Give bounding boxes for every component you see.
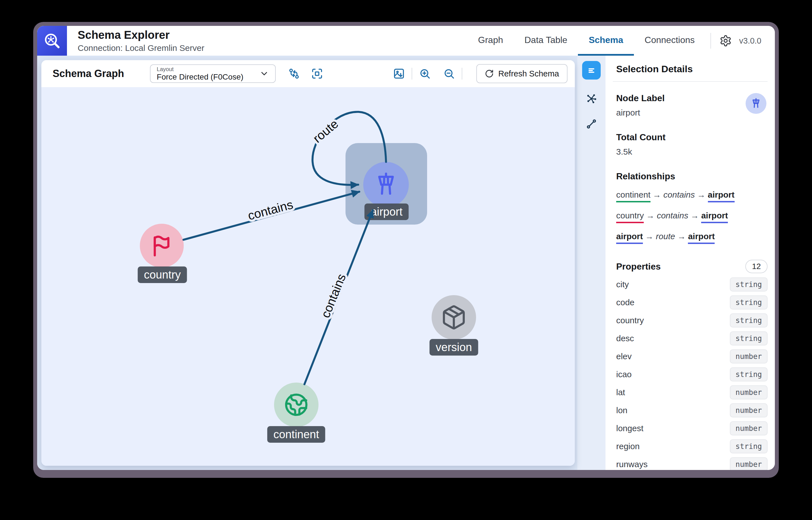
- panel-title: Selection Details: [613, 56, 767, 82]
- property-name: city: [616, 280, 629, 289]
- graph-node-continent[interactable]: [274, 383, 319, 427]
- property-type-badge: string: [730, 331, 767, 345]
- app-version: v3.0.0: [739, 26, 761, 56]
- app-title: Schema Explorer: [78, 29, 204, 41]
- layout-select-value: Force Directed (F0Cose): [157, 72, 243, 82]
- selection-details-panel: Selection Details Node Label airport: [606, 56, 775, 470]
- header-titles: Schema Explorer Connection: Local Gremli…: [78, 26, 204, 56]
- graph-node-airport[interactable]: [363, 162, 409, 207]
- layout-select-label: Layout: [157, 66, 243, 72]
- edge-label-contains-continent: contains: [318, 272, 348, 319]
- schema-graph-canvas[interactable]: airport country: [41, 87, 575, 466]
- properties-heading: Properties: [616, 261, 661, 272]
- total-count-value: 3.5k: [616, 147, 767, 157]
- property-row: desc string: [616, 332, 767, 345]
- details-list-icon: [586, 64, 597, 76]
- graph-node-label-airport[interactable]: airport: [364, 204, 409, 220]
- node-type-avatar: [745, 93, 766, 114]
- arrow-right-glyph: →: [695, 190, 708, 199]
- rail-edge-types-button[interactable]: [585, 118, 598, 130]
- connection-status: Connection: Local Gremlin Server: [78, 43, 204, 53]
- graph-panel-title: Schema Graph: [53, 68, 124, 80]
- property-row: runways number: [616, 458, 767, 470]
- relationship-target[interactable]: airport: [708, 190, 735, 202]
- tab-graph[interactable]: Graph: [467, 26, 514, 56]
- header-divider: [710, 33, 711, 49]
- relationship-edge: contains: [663, 190, 695, 199]
- graph-node-version[interactable]: [432, 295, 476, 340]
- globe-icon: [283, 392, 310, 418]
- relationship-source[interactable]: country: [616, 211, 644, 223]
- edge-country-contains-airport[interactable]: [183, 192, 359, 240]
- relationship-source[interactable]: airport: [616, 232, 643, 244]
- graph-node-country[interactable]: [140, 224, 184, 267]
- property-row: lat number: [616, 386, 767, 399]
- rail-selection-details-button[interactable]: [582, 61, 601, 80]
- property-type-badge: string: [730, 313, 767, 328]
- graph-node-label-continent[interactable]: continent: [267, 426, 325, 443]
- refresh-schema-button[interactable]: Refresh Schema: [476, 64, 567, 83]
- property-row: city string: [616, 278, 767, 291]
- property-name: icao: [616, 370, 632, 379]
- main-nav: Graph Data Table Schema Connections: [467, 26, 705, 56]
- graph-node-label-country[interactable]: country: [138, 266, 187, 283]
- app-window-inner: Schema Explorer Connection: Local Gremli…: [37, 26, 775, 470]
- property-name: country: [616, 316, 644, 325]
- relationships-heading: Relationships: [616, 171, 767, 182]
- arrow-right-glyph: →: [644, 211, 657, 220]
- node-hub-icon: [585, 93, 598, 105]
- details-rail: [577, 56, 606, 470]
- tab-schema[interactable]: Schema: [578, 26, 634, 56]
- tab-connections[interactable]: Connections: [634, 26, 705, 56]
- rail-node-types-button[interactable]: [585, 93, 598, 105]
- settings-gear-icon[interactable]: [719, 34, 732, 47]
- edge-continent-contains-airport[interactable]: [304, 210, 373, 384]
- property-type-badge: number: [730, 404, 767, 417]
- graph-node-label-version[interactable]: version: [429, 339, 478, 356]
- app-header: Schema Explorer Connection: Local Gremli…: [37, 26, 775, 56]
- app-window: Schema Explorer Connection: Local Gremli…: [33, 22, 779, 478]
- node-label-heading: Node Label: [616, 93, 665, 103]
- package-icon: [441, 304, 467, 331]
- arrow-right-glyph: →: [650, 190, 663, 199]
- edge-link-icon: [585, 118, 598, 130]
- graph-toolbar: Schema Graph Layout Force Directed (F0Co…: [41, 60, 575, 87]
- property-name: longest: [616, 423, 643, 433]
- relationship-edge: route: [656, 232, 675, 241]
- property-type-badge: number: [730, 385, 767, 399]
- relationship-target[interactable]: airport: [688, 232, 715, 244]
- edge-label-contains-country: contains: [246, 197, 294, 223]
- property-row: lon number: [616, 404, 767, 417]
- relationship-source[interactable]: continent: [616, 190, 650, 202]
- app-logo: [37, 26, 67, 56]
- properties-count-badge: 12: [745, 260, 767, 273]
- property-type-badge: string: [730, 295, 767, 310]
- property-type-badge: number: [730, 421, 767, 435]
- layout-select[interactable]: Layout Force Directed (F0Cose): [150, 64, 276, 83]
- property-row: code string: [616, 296, 767, 309]
- fit-to-screen-icon[interactable]: [311, 68, 323, 80]
- rerun-layout-icon[interactable]: [288, 68, 300, 80]
- property-type-badge: number: [730, 349, 767, 363]
- property-name: elev: [616, 352, 632, 361]
- zoom-out-icon[interactable]: [443, 68, 455, 80]
- arrow-right-glyph: →: [688, 211, 701, 220]
- arrow-right-glyph: →: [643, 232, 656, 241]
- relationship-target[interactable]: airport: [701, 211, 728, 223]
- properties-list: city string code string country string d…: [613, 278, 767, 470]
- refresh-icon: [485, 69, 494, 78]
- property-row: icao string: [616, 368, 767, 381]
- property-row: country string: [616, 314, 767, 327]
- property-row: longest number: [616, 422, 767, 435]
- export-image-icon[interactable]: [393, 68, 405, 80]
- property-type-badge: string: [730, 367, 767, 382]
- chevron-down-icon: [260, 69, 269, 78]
- relationship-edge: contains: [657, 211, 688, 220]
- refresh-schema-label: Refresh Schema: [498, 69, 559, 78]
- schema-search-logo-icon: [43, 32, 61, 50]
- property-name: lon: [616, 406, 628, 415]
- airport-tower-icon: [372, 171, 399, 198]
- property-type-badge: number: [730, 457, 767, 470]
- tab-data-table[interactable]: Data Table: [514, 26, 578, 56]
- zoom-in-icon[interactable]: [419, 68, 431, 80]
